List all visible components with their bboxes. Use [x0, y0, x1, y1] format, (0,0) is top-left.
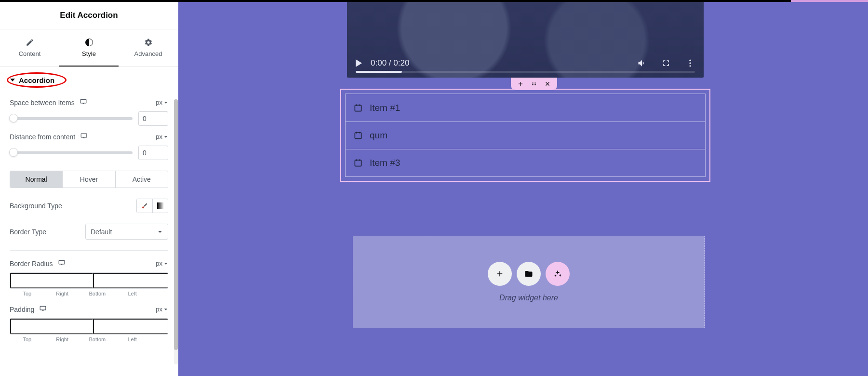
desktop-icon[interactable] [39, 305, 47, 313]
fullscreen-button[interactable] [661, 58, 671, 68]
select-value: Default [91, 228, 112, 236]
unit-selector[interactable]: px [156, 99, 168, 106]
control-label: Background Type [10, 202, 136, 210]
svg-point-4 [532, 82, 533, 83]
accordion-item[interactable]: qum [346, 121, 705, 149]
accordion-item-title: Item #3 [370, 158, 400, 168]
panel-tabs: Content Style Advanced [0, 29, 178, 67]
chevron-down-icon [163, 307, 168, 312]
caret-down-icon [10, 77, 15, 83]
section-body: Space between Items px Distance from con… [0, 92, 178, 342]
video-widget[interactable]: 0:00 / 0:20 [347, 2, 704, 78]
state-tab-normal[interactable]: Normal [10, 171, 62, 188]
panel-title: Edit Accordion [0, 2, 178, 29]
dim-label-bottom: Bottom [80, 291, 115, 296]
folder-button[interactable] [517, 262, 541, 286]
slider-handle[interactable] [9, 148, 18, 157]
video-controls: 0:00 / 0:20 [347, 49, 704, 78]
accordion-item[interactable]: Item #3 [346, 149, 705, 176]
scrollbar[interactable] [174, 99, 178, 364]
slider-space-between[interactable] [10, 117, 133, 120]
dim-label-top: Top [10, 336, 45, 342]
desktop-icon[interactable] [80, 98, 87, 107]
play-button[interactable] [356, 59, 362, 67]
unit-selector[interactable]: px [156, 306, 168, 313]
accordion-widget[interactable]: Item #1 qum Item #3 [340, 89, 710, 182]
control-label: Distance from content [10, 133, 75, 141]
chevron-down-icon [163, 100, 168, 105]
accordion-item[interactable]: Item #1 [346, 94, 705, 121]
svg-point-5 [534, 82, 534, 83]
plus-icon [517, 81, 524, 87]
dim-label-left: Left [115, 291, 150, 296]
half-circle-icon [85, 38, 93, 47]
svg-point-6 [535, 82, 536, 83]
calendar-icon [353, 103, 363, 113]
drag-handle[interactable] [531, 81, 537, 87]
calendar-icon [353, 131, 363, 140]
svg-point-3 [689, 65, 691, 67]
accordion-item-title: qum [370, 130, 387, 141]
close-icon [544, 81, 551, 87]
slider-handle[interactable] [9, 114, 18, 122]
section-header-accordion[interactable]: Accordion [0, 68, 178, 92]
state-tab-active[interactable]: Active [115, 171, 168, 188]
more-vertical-icon [685, 58, 695, 68]
sparkle-icon [553, 269, 562, 278]
desktop-icon[interactable] [80, 133, 88, 141]
tab-style[interactable]: Style [59, 29, 119, 66]
unit-selector[interactable]: px [156, 260, 168, 267]
tab-label: Style [82, 50, 96, 57]
desktop-icon[interactable] [58, 259, 66, 268]
section-title: Accordion [19, 76, 54, 84]
video-progress[interactable] [356, 71, 695, 73]
input-radius-top[interactable] [10, 273, 93, 288]
state-tab-hover[interactable]: Hover [62, 171, 115, 188]
svg-rect-12 [355, 160, 361, 166]
editor-panel: Edit Accordion Content Style Advanced Ac… [0, 2, 178, 376]
svg-point-9 [535, 84, 536, 85]
input-padding-top[interactable] [10, 319, 93, 334]
control-label: Border Radius [10, 260, 53, 268]
gear-icon [144, 38, 153, 47]
video-progress-fill [356, 71, 402, 73]
input-space-between[interactable] [138, 111, 168, 126]
bg-classic-button[interactable] [137, 199, 152, 213]
panel-scroll-area: Accordion Space between Items px [0, 68, 178, 376]
unit-selector[interactable]: px [156, 133, 168, 140]
dim-label-left: Left [115, 336, 150, 342]
input-padding-right[interactable] [93, 319, 168, 334]
control-distance: Distance from content px [10, 126, 168, 160]
slider-distance[interactable] [10, 151, 133, 154]
caret-down-icon [157, 229, 163, 235]
scrollbar-thumb[interactable] [174, 99, 178, 350]
brush-icon [141, 202, 148, 209]
control-bg-type: Background Type [10, 199, 168, 213]
chevron-down-icon [163, 261, 168, 266]
control-label: Space between Items [10, 99, 75, 107]
select-border-type[interactable]: Default [85, 224, 168, 240]
pencil-icon [26, 38, 34, 47]
input-distance[interactable] [138, 146, 168, 160]
add-element-button[interactable] [517, 81, 524, 87]
svg-point-1 [689, 60, 691, 61]
tab-advanced[interactable]: Advanced [119, 29, 178, 66]
delete-element-button[interactable] [544, 81, 551, 87]
dim-label-top: Top [10, 291, 45, 296]
dim-label-bottom: Bottom [80, 336, 115, 342]
tab-content[interactable]: Content [0, 29, 59, 66]
add-widget-button[interactable] [488, 262, 512, 286]
ai-button[interactable] [546, 262, 570, 286]
volume-button[interactable] [637, 58, 647, 68]
svg-point-8 [534, 84, 534, 85]
input-radius-right[interactable] [93, 273, 168, 288]
gradient-icon [157, 202, 164, 209]
more-button[interactable] [685, 58, 695, 68]
control-label: Padding [10, 306, 34, 313]
plus-icon [495, 269, 504, 278]
calendar-icon [353, 158, 363, 168]
bg-gradient-button[interactable] [152, 199, 168, 213]
divider [10, 250, 168, 251]
widget-dropzone[interactable]: Drag widget here [353, 236, 705, 328]
control-label: Border Type [10, 228, 85, 236]
